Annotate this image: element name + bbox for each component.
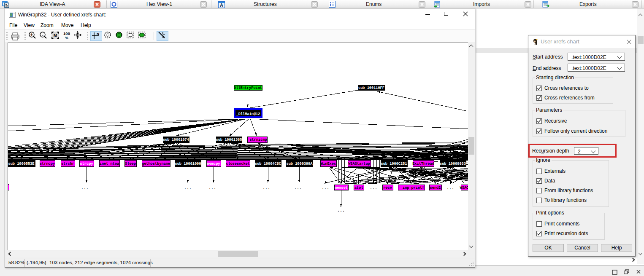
svg-text:-: - bbox=[42, 32, 43, 37]
svg-text:100: 100 bbox=[63, 31, 70, 36]
svg-text:sub_1000399A: sub_1000399A bbox=[287, 162, 313, 166]
svg-text:_DllMain@12: _DllMain@12 bbox=[236, 112, 260, 116]
svg-text:+: + bbox=[30, 32, 33, 37]
svg-text:sub_10001000: sub_10001000 bbox=[175, 162, 201, 166]
svg-text:...: ... bbox=[208, 186, 216, 190]
svg-text:WSAStartup: WSAStartup bbox=[348, 162, 370, 166]
svg-text:memcpy: memcpy bbox=[207, 162, 220, 166]
svg-text:closesocket: closesocket bbox=[226, 162, 250, 166]
svg-text:gethostbyname: gethostbyname bbox=[142, 162, 170, 166]
svg-text:recv: recv bbox=[383, 186, 392, 190]
svg-text:M: M bbox=[54, 33, 57, 38]
svg-text:atol: atol bbox=[354, 186, 363, 190]
svg-text:WinExec: WinExec bbox=[321, 162, 336, 166]
svg-text:sub_10001365: sub_10001365 bbox=[216, 138, 242, 142]
svg-text:WSACl: WSACl bbox=[460, 186, 468, 190]
svg-text:ExitThread: ExitThread bbox=[412, 162, 434, 166]
svg-text:sub_1000553E: sub_1000553E bbox=[8, 162, 35, 166]
svg-text:strchr: strchr bbox=[61, 162, 74, 166]
svg-text:A: A bbox=[220, 3, 223, 8]
svg-text:...: ... bbox=[81, 186, 89, 190]
svg-text:inet_ntoa: inet_ntoa bbox=[100, 162, 119, 166]
svg-text:sub_10004C8C: sub_10004C8C bbox=[255, 162, 281, 166]
svg-text:__imp_printf: __imp_printf bbox=[398, 186, 425, 190]
svg-text:N: N bbox=[97, 32, 99, 36]
svg-text:send2: send2 bbox=[430, 186, 441, 190]
svg-text:...: ... bbox=[370, 186, 377, 190]
svg-text:...: ... bbox=[446, 186, 454, 190]
svg-text:memset: memset bbox=[335, 186, 348, 190]
svg-text:sub_1000C251: sub_1000C251 bbox=[381, 162, 407, 166]
svg-text:sub_100110FF: sub_100110FF bbox=[358, 86, 384, 90]
svg-text:...: ... bbox=[294, 186, 302, 190]
svg-text:strncpy: strncpy bbox=[40, 162, 55, 166]
svg-text:...: ... bbox=[322, 186, 329, 190]
svg-text:strcpy: strcpy bbox=[80, 162, 93, 166]
svg-text:_strnicmp: _strnicmp bbox=[247, 138, 267, 142]
svg-text:...: ... bbox=[337, 208, 345, 213]
svg-text:DllEntryPoint: DllEntryPoint bbox=[234, 86, 262, 90]
svg-text:%: % bbox=[65, 36, 68, 40]
svg-text:Sleep: Sleep bbox=[125, 162, 136, 166]
svg-text:...: ... bbox=[184, 186, 192, 190]
svg-text:sub_10001074: sub_10001074 bbox=[163, 138, 189, 142]
svg-text:sub_10009933: sub_10009933 bbox=[440, 162, 466, 166]
svg-text:...: ... bbox=[262, 186, 270, 190]
